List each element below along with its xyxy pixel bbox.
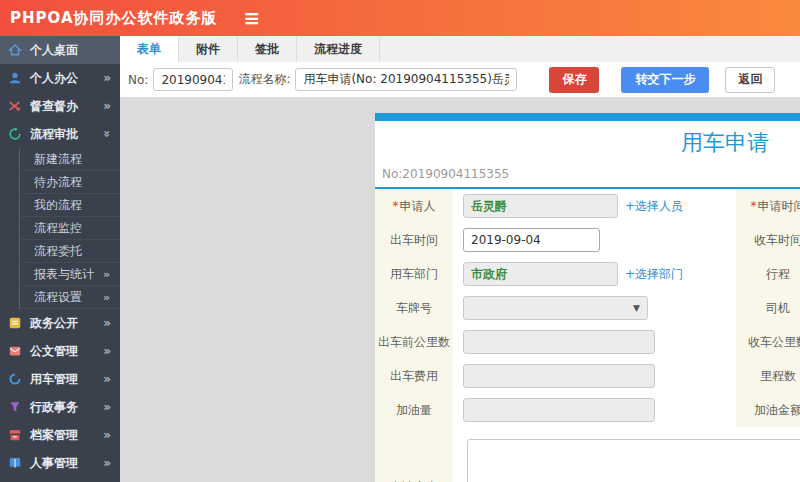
chevron-right-icon: » — [103, 268, 110, 281]
required-mark: * — [393, 199, 399, 213]
sidebar-item-admin-affairs[interactable]: 行政事务 » — [0, 393, 120, 421]
field-label-text: 车牌号 — [396, 300, 432, 317]
chevron-right-icon: » — [103, 344, 111, 358]
dropdown-arrow-icon: ▼ — [633, 303, 640, 313]
plate-number-field: ▼ — [453, 291, 736, 325]
chevron-right-icon: » — [103, 428, 111, 442]
toolbar: No: 流程名称: 保存 转交下一步 返回 — [120, 62, 800, 97]
km-before-label: 出车前公里数 — [375, 325, 453, 359]
funnel-icon — [8, 400, 23, 415]
field-label-text: 用车部门 — [390, 266, 438, 283]
field-label-text: 出车前公里数 — [378, 334, 450, 351]
tab-form[interactable]: 表单 — [120, 36, 179, 62]
sidebar-item-label: 档案管理 — [30, 427, 78, 444]
depart-time-input[interactable] — [463, 228, 600, 252]
sidebar-item-workflow-approval[interactable]: 流程审批 » — [0, 120, 120, 148]
tab-signoff[interactable]: 签批 — [238, 36, 297, 62]
plate-number-select[interactable]: ▼ — [463, 296, 648, 320]
home-icon — [8, 43, 23, 58]
tab-flow-progress[interactable]: 流程进度 — [297, 36, 380, 62]
sidebar-item-label: 用车管理 — [30, 371, 78, 388]
chevron-right-icon: » — [103, 456, 111, 470]
sidebar-item-vehicle-mgmt[interactable]: 用车管理 » — [0, 365, 120, 393]
select-person-link[interactable]: +选择人员 — [625, 198, 683, 215]
submenu-item-flow-settings[interactable]: 流程设置 » — [20, 286, 120, 309]
sync-icon — [8, 127, 23, 142]
sidebar: 个人桌面 个人办公 » 督查督办 » 流程审批 » 新建流程 待办流程 我的流程 — [0, 36, 120, 482]
form-row: 出车前公里数 收车公里数 — [375, 325, 800, 359]
sidebar-item-personal-office[interactable]: 个人办公 » — [0, 64, 120, 92]
sidebar-item-document-mgmt[interactable]: 公文管理 » — [0, 337, 120, 365]
submenu-item-label: 待办流程 — [34, 174, 82, 191]
form-top-bar — [375, 113, 800, 121]
submenu-item-my-flow[interactable]: 我的流程 — [20, 194, 120, 217]
flow-name-label: 流程名称: — [238, 71, 290, 88]
forward-next-step-button[interactable]: 转交下一步 — [621, 67, 709, 93]
select-department-link[interactable]: +选择部门 — [625, 266, 683, 283]
hamburger-menu-icon[interactable]: ≡ — [244, 8, 261, 28]
mail-icon — [8, 344, 23, 359]
form-row: 加油量 加油金额 — [375, 393, 800, 427]
sidebar-item-gov-disclosure[interactable]: 政务公开 » — [0, 309, 120, 337]
submenu-item-flow-delegate[interactable]: 流程委托 — [20, 240, 120, 263]
fuel-cost-label: 加油金额 — [736, 393, 800, 427]
field-label-text: 申请事由 — [390, 479, 438, 482]
km-before-field — [453, 325, 736, 359]
submenu-item-label: 流程监控 — [34, 220, 82, 237]
fuel-amount-label: 加油量 — [375, 393, 453, 427]
trip-cost-input — [463, 364, 655, 388]
sidebar-item-personal-desktop[interactable]: 个人桌面 — [0, 36, 120, 64]
sidebar-item-label: 人事管理 — [30, 455, 78, 472]
applicant-label: * 申请人 — [375, 189, 453, 223]
submenu-item-reports-stats[interactable]: 报表与统计 » — [20, 263, 120, 286]
board-icon — [8, 316, 23, 331]
submenu-item-new-flow[interactable]: 新建流程 — [20, 148, 120, 171]
content-area: 用车申请 No:20190904115355 * 申请人 +选择人员 * 申请时… — [120, 97, 800, 482]
sidebar-item-supervision[interactable]: 督查督办 » — [0, 92, 120, 120]
depart-time-field — [453, 223, 736, 257]
field-label-text: 出车时间 — [390, 232, 438, 249]
no-input[interactable] — [153, 68, 233, 91]
trip-cost-field — [453, 359, 736, 393]
reason-field — [453, 427, 800, 482]
field-label-text: 里程数 — [760, 368, 796, 385]
tab-bar: 表单 附件 签批 流程进度 — [120, 36, 800, 62]
field-label-text: 行程 — [766, 266, 790, 283]
sidebar-item-label: 流程审批 — [30, 126, 78, 143]
field-label-text: 出车费用 — [390, 368, 438, 385]
trip-cost-label: 出车费用 — [375, 359, 453, 393]
chevron-right-icon: » — [103, 316, 111, 330]
form-row: 出车时间 收车时间 — [375, 223, 800, 257]
km-return-label: 收车公里数 — [736, 325, 800, 359]
department-field: +选择部门 — [453, 257, 736, 291]
plate-number-label: 车牌号 — [375, 291, 453, 325]
km-before-input — [463, 330, 655, 354]
workflow-submenu: 新建流程 待办流程 我的流程 流程监控 流程委托 报表与统计 » 流程设置 » — [19, 148, 120, 309]
sidebar-item-hr-mgmt[interactable]: 人事管理 » — [0, 449, 120, 477]
mileage-label: 里程数 — [736, 359, 800, 393]
reason-label: 申请事由 — [375, 427, 453, 482]
field-label-text: 司机 — [766, 300, 790, 317]
reason-textarea[interactable] — [467, 439, 800, 482]
submenu-item-flow-monitor[interactable]: 流程监控 — [20, 217, 120, 240]
shuffle-icon — [8, 99, 23, 114]
book-icon — [8, 456, 23, 471]
department-label: 用车部门 — [375, 257, 453, 291]
submenu-item-todo-flow[interactable]: 待办流程 — [20, 171, 120, 194]
department-input — [463, 262, 618, 286]
sidebar-item-label: 行政事务 — [30, 399, 78, 416]
submenu-item-label: 我的流程 — [34, 197, 82, 214]
sidebar-item-archive-mgmt[interactable]: 档案管理 » — [0, 421, 120, 449]
chevron-down-icon: » — [100, 130, 114, 138]
return-time-label: 收车时间 — [736, 223, 800, 257]
back-button[interactable]: 返回 — [725, 67, 775, 93]
form-row: 车牌号 ▼ 司机 — [375, 291, 800, 325]
save-button[interactable]: 保存 — [549, 67, 599, 93]
field-label-text: 加油量 — [396, 402, 432, 419]
chevron-right-icon: » — [103, 291, 110, 304]
chevron-right-icon: » — [103, 71, 111, 85]
tab-attachments[interactable]: 附件 — [179, 36, 238, 62]
submenu-item-label: 流程设置 — [34, 289, 82, 306]
form-row: 用车部门 +选择部门 行程 — [375, 257, 800, 291]
flow-name-input[interactable] — [295, 68, 517, 91]
